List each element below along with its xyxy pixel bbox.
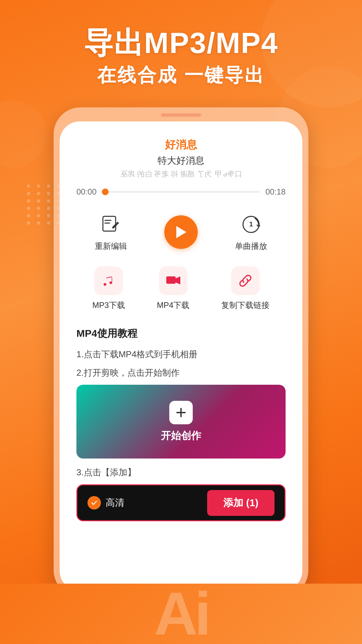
svg-rect-0	[103, 216, 116, 231]
tutorial-step-2: 2.打开剪映，点击开始制作	[76, 366, 286, 379]
page-subtitle: 在线合成 一键导出	[0, 63, 362, 88]
tutorial-title: MP4使用教程	[76, 327, 286, 340]
bottom-ai-area: Ai	[0, 584, 362, 644]
copy-label: 复制下载链接	[221, 300, 269, 311]
header-section: 导出MP3/MP4 在线合成 一键导出	[0, 0, 362, 88]
single-label: 单曲播放	[235, 241, 267, 252]
screen-content: 好消息 特大好消息 口争ь 甲 为了 感谢 祢 老爷 白的 席巫 00:00 0…	[60, 121, 302, 541]
action-row-1: 重新编辑	[76, 213, 286, 252]
mp4-action[interactable]: MP4下载	[157, 266, 189, 311]
ai-text: Ai	[154, 584, 208, 644]
phone-outer: 好消息 特大好消息 口争ь 甲 为了 感谢 祢 老爷 白的 席巫 00:00 0…	[54, 107, 308, 597]
creation-label: 开始创作	[161, 429, 201, 443]
edit-label: 重新编辑	[95, 241, 127, 252]
edit-icon	[99, 213, 123, 236]
time-end: 00:18	[265, 187, 286, 197]
progress-dot	[102, 189, 109, 195]
single-icon: 1	[239, 213, 263, 236]
mp3-icon-bg	[94, 266, 123, 295]
copy-link-action[interactable]: 复制下载链接	[221, 266, 269, 311]
tutorial-step-1: 1.点击下载MP4格式到手机相册	[76, 348, 286, 361]
tutorial-step-3: 3.点击【添加】	[76, 466, 286, 479]
tutorial-section: MP4使用教程 1.点击下载MP4格式到手机相册 2.打开剪映，点击开始制作 开…	[76, 327, 286, 528]
song-title-area: 好消息 特大好消息 口争ь 甲 为了 感谢 祢 老爷 白的 席巫	[76, 138, 286, 179]
progress-bar[interactable]	[102, 191, 260, 193]
svg-rect-5	[166, 276, 176, 284]
mp4-icon-bg	[159, 266, 188, 295]
hd-label-area: 高清	[87, 496, 124, 509]
add-bar: 高清 添加 (1)	[76, 484, 286, 521]
download-row: MP3下载 MP4下载	[76, 266, 286, 311]
progress-area: 00:00 00:18	[76, 187, 286, 197]
creation-card[interactable]: 开始创作	[76, 385, 286, 459]
hd-check-icon	[87, 496, 101, 509]
phone-mockup: 好消息 特大好消息 口争ь 甲 为了 感谢 祢 老爷 白的 席巫 00:00 0…	[54, 107, 308, 597]
edit-action[interactable]: 重新编辑	[95, 213, 127, 252]
time-start: 00:00	[76, 187, 97, 197]
copy-link-icon-bg	[231, 266, 260, 295]
song-title-main: 好消息	[76, 138, 286, 152]
mp3-label: MP3下载	[93, 300, 125, 311]
single-action[interactable]: 1 单曲播放	[235, 213, 267, 252]
mp3-action[interactable]: MP3下载	[93, 266, 125, 311]
bg-decoration-3	[0, 101, 47, 168]
phone-notch	[161, 113, 201, 117]
svg-text:1: 1	[249, 220, 253, 228]
song-lyrics: 口争ь 甲 为了 感谢 祢 老爷 白的 席巫	[120, 169, 242, 179]
hd-text: 高清	[106, 496, 124, 509]
song-title-sub: 特大好消息	[76, 154, 286, 167]
phone-screen: 好消息 特大好消息 口争ь 甲 为了 感谢 祢 老爷 白的 席巫 00:00 0…	[60, 121, 302, 591]
play-button[interactable]	[164, 215, 198, 249]
add-button[interactable]: 添加 (1)	[207, 490, 275, 516]
play-action[interactable]	[164, 215, 198, 249]
mp4-label: MP4下载	[157, 300, 189, 311]
creation-plus-btn	[169, 401, 193, 424]
page-title: 导出MP3/MP4	[0, 27, 362, 59]
